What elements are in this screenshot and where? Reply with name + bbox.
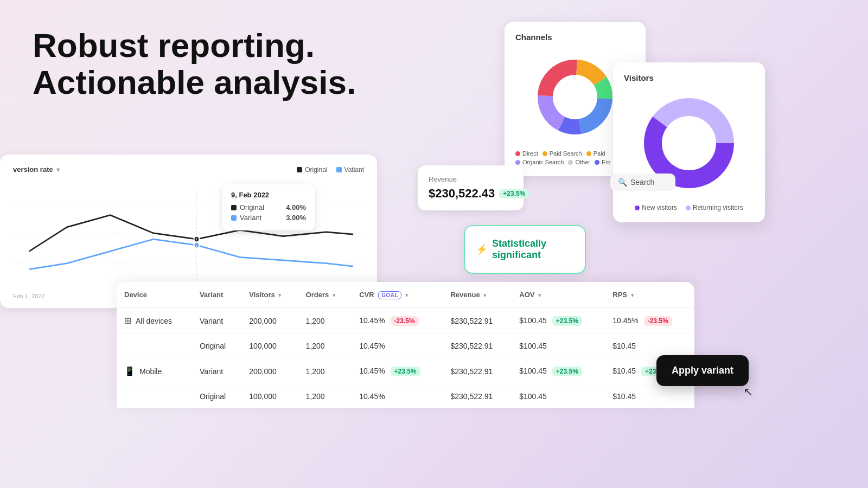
goal-badge: GOAL [378,291,401,299]
cell-orders: 1,200 [298,334,352,358]
cell-cvr: 10.45% [352,334,443,358]
aov-sort-icon: ▾ [538,292,541,298]
legend-em: Em [595,159,611,165]
rps-sort-icon: ▾ [631,292,634,298]
cvr-badge-green: +23.5% [391,367,420,376]
device-icon-mobile: 📱 [124,366,135,376]
rps-badge-red: -23.5% [644,316,672,326]
tooltip-original-color [231,205,237,210]
orders-sort-icon: ▾ [333,292,335,298]
conversion-rate-label[interactable]: version rate ▼ [13,165,61,174]
cell-revenue: $230,522.91 [443,384,512,409]
cell-aov: $100.45 [512,334,605,358]
svg-point-9 [662,116,716,170]
tooltip-variant: Variant 3.00% [231,214,306,222]
hero-title: Robust reporting. Actionable analysis. [33,27,356,101]
chart-header: version rate ▼ Original Vatiant [13,165,364,174]
cell-variant-original-2: Original [192,384,241,409]
cell-variant-original: Original [192,334,241,358]
channels-title: Channels [515,33,635,42]
col-rps[interactable]: RPS ▾ [605,282,694,308]
tooltip-original: Original 4.00% [231,203,306,211]
chart-tooltip: 9, Feb 2022 Original 4.00% Variant 3.00% [222,184,315,230]
cursor-indicator: ↖ [743,385,753,399]
table-row: ⊞ All devices Variant 200,000 1,200 10.4… [117,308,694,334]
revenue-badge: +23.5% [499,189,529,198]
col-orders[interactable]: Orders ▾ [298,282,352,308]
legend-paid-search: Paid Search [542,150,582,157]
aov-badge-green-2: +23.5% [552,367,582,376]
cell-orders: 1,200 [298,384,352,409]
cell-rps: 10.45% -23.5% [605,308,694,334]
visitors-legend: New visitors Returning visitors [624,204,754,211]
hero-section: Robust reporting. Actionable analysis. [33,27,356,101]
visitors-title: Visitors [624,73,754,82]
legend-direct: Direct [515,150,538,157]
revenue-amount: $230,522.43 +23.5% [429,187,513,201]
cell-rps: $10.45 [605,384,694,409]
tooltip-date: 9, Feb 2022 [231,191,306,199]
table-row: Original 100,000 1,200 10.45% $230,522.9… [117,384,694,409]
cell-device-empty [117,334,192,358]
cell-variant: Variant [192,358,241,384]
table-header-row: Device Variant Visitors ▾ Orders ▾ CVR G… [117,282,694,308]
col-visitors[interactable]: Visitors ▾ [241,282,298,308]
legend-original: Original [297,166,327,174]
cell-aov: $100.45 +23.5% [512,308,605,334]
data-table: Device Variant Visitors ▾ Orders ▾ CVR G… [117,282,694,408]
cvr-sort-icon: ▾ [405,292,408,298]
col-cvr[interactable]: CVR GOAL ▾ [352,282,443,308]
visitors-sort-icon: ▾ [278,292,281,298]
cell-revenue: $230,522.91 [443,308,512,334]
col-device: Device [117,282,192,308]
legend-variant: Vatiant [336,166,364,174]
cell-rps: $10.45 [605,334,694,358]
cell-visitors: 100,000 [241,384,298,409]
search-label: Search [630,178,654,187]
cell-visitors: 200,000 [241,358,298,384]
table-row: Original 100,000 1,200 10.45% $230,522.9… [117,334,694,358]
col-aov[interactable]: AOV ▾ [512,282,605,308]
legend-returning-visitors: Returning visitors [686,204,743,211]
cell-revenue: $230,522.91 [443,334,512,358]
cell-device-empty-2 [117,384,192,409]
tooltip-variant-color [231,215,237,221]
legend-new-visitors: New visitors [635,204,677,211]
cell-orders: 1,200 [298,358,352,384]
stat-sig-text: Statistically significant [492,238,574,261]
cell-device: ⊞ All devices [117,308,192,334]
cell-aov: $100.45 +23.5% [512,358,605,384]
chart-legend: Original Vatiant [297,166,364,174]
visitors-card: Visitors New visitors Returning visitors [613,62,765,222]
legend-paid: Paid [586,150,605,157]
search-icon: 🔍 [618,178,627,187]
cell-cvr: 10.45% +23.5% [352,358,443,384]
cell-visitors: 100,000 [241,334,298,358]
cvr-badge-red: -23.5% [391,316,419,326]
cell-device-mobile: 📱 Mobile [117,358,192,384]
svg-point-6 [553,75,597,119]
table-row: 📱 Mobile Variant 200,000 1,200 10.45% +2… [117,358,694,384]
col-variant: Variant [192,282,241,308]
revenue-card: Revenue $230,522.43 +23.5% [418,165,524,210]
data-table-wrapper: Device Variant Visitors ▾ Orders ▾ CVR G… [117,282,694,408]
col-revenue[interactable]: Revenue ▾ [443,282,512,308]
search-bar[interactable]: 🔍 Search [610,174,675,191]
aov-badge-green: +23.5% [552,316,582,326]
cell-cvr: 10.45% [352,384,443,409]
device-icon-all: ⊞ [124,316,131,326]
cell-orders: 1,200 [298,308,352,334]
legend-organic: Organic Search [515,159,564,165]
cell-visitors: 200,000 [241,308,298,334]
cell-variant: Variant [192,308,241,334]
cell-aov: $100.45 [512,384,605,409]
apply-variant-button[interactable]: Apply variant [656,355,749,386]
revenue-label: Revenue [429,175,513,183]
revenue-sort-icon: ▾ [483,292,486,298]
legend-other: Other [568,159,590,165]
cell-cvr: 10.45% -23.5% [352,308,443,334]
cell-revenue: $230,522.91 [443,358,512,384]
stat-sig-card: ⚡ Statistically significant [464,225,586,274]
stat-sig-icon: ⚡ [476,243,488,255]
